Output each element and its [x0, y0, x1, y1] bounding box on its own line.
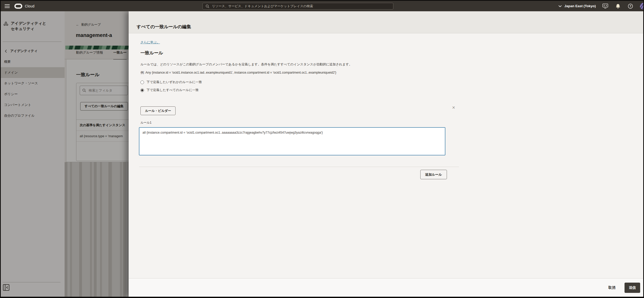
notifications-bell-icon[interactable]: [615, 3, 621, 9]
identity-security-icon: [3, 21, 8, 31]
cancel-button[interactable]: 取消: [607, 285, 617, 290]
topbar-right-group: Japan East (Tokyo) ?: [558, 1, 643, 11]
matching-rules-heading: 一致ルール: [140, 50, 163, 56]
submit-button[interactable]: 送信: [625, 283, 640, 293]
sidebar-title-line1: アイデンティティと: [11, 21, 46, 26]
chevron-down-icon: [558, 5, 562, 7]
identity-security-sidebar: アイデンティティと セキュリティ アイデンティティ 概要 ドメイン ネットワーク…: [1, 11, 65, 297]
tab-dynamic-group-info[interactable]: 動的グループ情報: [76, 49, 103, 59]
sidebar-item-policies[interactable]: ポリシー: [1, 89, 65, 100]
radio-match-any[interactable]: 下で定義したいずれかのルールに一致: [140, 80, 202, 84]
region-selector[interactable]: Japan East (Tokyo): [558, 4, 596, 8]
close-icon[interactable]: ×: [450, 104, 457, 111]
panel-header: すべての一致ルールの編集: [129, 11, 643, 33]
radio-all-icon[interactable]: [140, 88, 144, 92]
sidebar-title-line2: セキュリティ: [11, 26, 46, 31]
sidebar-item-my-profile[interactable]: 自分のプロファイル: [1, 110, 65, 121]
rules-description: ルールでは、どのリソースがこの動的グループのメンバーであるかを定義します。条件を…: [140, 62, 352, 67]
search-icon: [82, 88, 86, 92]
region-label: Japan East (Tokyo): [564, 4, 596, 8]
rules-table-row[interactable]: all {resource.type = 'managem: [76, 131, 129, 142]
sidebar-item-overview[interactable]: 概要: [1, 56, 65, 67]
sidebar-item-domains[interactable]: ドメイン: [1, 67, 65, 78]
topbar-left-group: Cloud: [5, 1, 35, 11]
filter-search-input[interactable]: [88, 88, 125, 93]
page-background-texture: [65, 162, 129, 297]
tab-matching-rules[interactable]: 一致ルー: [113, 49, 127, 59]
sidebar-back-label: アイデンティティ: [10, 49, 37, 53]
rule-1-textarea[interactable]: all {instance.compartment.id = 'ocid1.co…: [139, 127, 445, 155]
filter-search-box[interactable]: [80, 86, 128, 95]
edit-matching-rules-panel: すべての一致ルールの編集 さらに学ぶ。 一致ルール ルールでは、どのリソースがこ…: [129, 11, 643, 297]
tab-content-card: 一致ルール すべての一致ルールの編集 次の基準を満たすインスタンス all {r…: [66, 59, 129, 162]
rules-example: 例: Any {instance.id = 'ocid1.instance.oc…: [140, 71, 336, 75]
radio-any-icon[interactable]: [140, 81, 144, 84]
learn-more-link[interactable]: さらに学ぶ。: [140, 40, 160, 45]
rule-builder-button[interactable]: ルール・ビルダー: [140, 106, 176, 115]
chevron-left-icon: [5, 49, 7, 53]
detail-tabs: 動的グループ情報 一致ルー: [65, 49, 129, 59]
brand-label: Cloud: [25, 4, 35, 8]
back-link-label: 動的グループ: [81, 23, 101, 27]
sidebar-item-network-sources[interactable]: ネットワーク・ソース: [1, 78, 65, 89]
rule-1-label: ルール1: [140, 121, 151, 125]
matching-rules-section-title: 一致ルール: [76, 72, 99, 78]
rule-section-divider: [139, 167, 459, 167]
panel-footer: 取消 送信: [129, 278, 643, 297]
radio-match-all[interactable]: 下で定義したすべてのルールに一致: [140, 88, 199, 92]
svg-text:?: ?: [630, 5, 631, 8]
hamburger-menu-icon[interactable]: [5, 4, 10, 8]
edit-all-matching-rules-button[interactable]: すべての一致ルールの編集: [80, 102, 128, 111]
radio-all-label: 下で定義したすべてのルールに一致: [147, 88, 199, 92]
decorative-banner: [65, 46, 129, 49]
oracle-logo-icon: [14, 4, 22, 9]
sidebar-back-identity[interactable]: アイデンティティ: [1, 47, 65, 55]
oci-console-window: Cloud Japan East (Tokyo) ?: [0, 0, 644, 298]
collapse-sidebar-icon[interactable]: [3, 284, 9, 291]
sidebar-bottom-divider: [3, 282, 60, 282]
top-navigation-bar: Cloud Japan East (Tokyo) ?: [1, 1, 643, 11]
sidebar-item-compartments[interactable]: コンパートメント: [1, 100, 65, 110]
user-avatar[interactable]: [640, 3, 643, 9]
global-search-bar[interactable]: [202, 3, 393, 9]
matching-rules-list-card: すべての一致ルールの編集 次の基準を満たすインスタンス all {resourc…: [76, 83, 129, 161]
add-rule-button[interactable]: 追加ルール: [420, 170, 447, 179]
back-to-dynamic-groups-link[interactable]: ← 動的グループ: [76, 23, 101, 27]
sidebar-divider: [3, 42, 62, 42]
help-icon[interactable]: ?: [627, 3, 633, 9]
rules-table-header: 次の基準を満たすインスタンス: [76, 120, 129, 131]
dynamic-group-title: management-a: [76, 32, 112, 38]
radio-any-label: 下で定義したいずれかのルールに一致: [147, 80, 202, 84]
global-search-input[interactable]: [211, 4, 391, 8]
dynamic-group-detail-page: ← 動的グループ management-a 動的グループ情報 一致ルー 一致ルー…: [65, 11, 129, 297]
cloud-shell-icon[interactable]: [602, 3, 608, 9]
panel-title: すべての一致ルールの編集: [137, 24, 191, 30]
back-arrow-icon: ←: [76, 23, 79, 27]
search-icon: [205, 4, 209, 8]
